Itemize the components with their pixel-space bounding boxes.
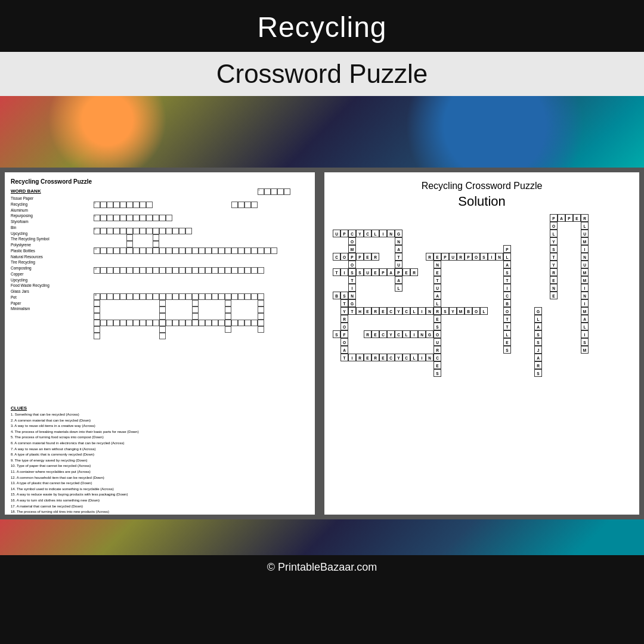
solution-cell: I [581,284,589,292]
grid-cell [185,228,192,234]
grid-cell [225,267,231,274]
grid-cell [153,241,159,247]
word-bank-item: Styrofoam [11,219,58,225]
clue-item: 10. Type of paper that cannot be recycle… [11,463,309,469]
clues-label: CLUES [11,405,309,411]
grid-cell [231,320,238,326]
grid-cell [120,247,126,254]
solution-cell: E [379,307,387,315]
solution-cell: P [395,268,402,276]
grid-cell [185,320,192,326]
grid-cell [159,320,166,326]
solution-cell: L [410,354,418,361]
solution-grid: PAPERUPCYCLINGLUMINUMOMPOSTINGCOPPERREPU… [333,214,631,500]
grid-cell [225,247,231,254]
grid-cell [251,267,258,274]
solution-cell: M [581,276,589,284]
solution-cell: S [434,369,441,377]
grid-cell [172,247,179,254]
solution-cell: N [348,292,356,299]
clue-item: 13. A type of plastic that cannot be rec… [11,481,309,487]
solution-cell: P [340,230,348,237]
solution-cell: P [465,253,472,261]
grid-cell [258,320,264,326]
solution-cell: E [371,268,379,276]
grid-cell [172,293,179,300]
clue-item: 6. A common material found in electronic… [11,441,309,447]
grid-cell [205,267,212,274]
grid-cell [120,228,126,234]
solution-cell: O [340,253,348,261]
solution-cell: M [581,346,589,354]
solution-cell: U [333,230,340,237]
grid-cell [94,333,100,339]
grid-cell [258,293,264,300]
solution-cell: C [379,330,387,338]
grid-cell [153,234,159,241]
solution-cell: L [534,315,542,323]
solution-cell: U [395,261,402,268]
solution-cell: U [434,338,441,346]
grid-cell [159,313,166,320]
grid-cell [146,202,153,208]
word-bank-item: Tissue Paper [11,196,58,202]
clue-item: 11. A container where recyclables are pu… [11,469,309,475]
solution-cell: P [356,253,364,261]
solution-cell: U [434,284,441,292]
grid-cell [231,202,238,208]
solution-cell: I [379,230,387,237]
grid-cell [244,247,251,254]
left-panel-title: Recycling Crossword Puzzle [11,178,309,185]
word-bank-item: The Recycling Symbol [11,236,58,242]
solution-cell: R [534,361,542,369]
solution-cell: U [581,261,589,268]
solution-cell: T [503,315,511,323]
word-bank-item: Tire Recycling [11,259,58,265]
solution-cell: N [581,292,589,299]
solution-cell: L [550,230,558,237]
solution-cell: T [395,253,402,261]
grid-cell [179,228,185,234]
solution-cell: F [340,330,348,338]
clue-item: 18. The process of turning old tires int… [11,509,309,515]
grid-cell [271,188,277,195]
grid-cell [140,293,146,300]
solution-cell: L [581,222,589,230]
solution-cell: A [340,346,348,354]
left-panel: Recycling Crossword Puzzle WORD BANK Tis… [5,172,315,515]
grid-cell [120,202,126,208]
grid-cell [192,247,199,254]
word-bank-label: WORD BANK [11,188,58,194]
grid-cell [159,267,166,274]
solution-cell: I [340,268,348,276]
grid-cell [172,320,179,326]
grid-cell [185,267,192,274]
grid-cell [126,247,133,254]
grid-cell [159,293,166,300]
grid-cell [192,320,199,326]
solution-cell: U [449,253,457,261]
word-bank-item: Upcycling [11,277,58,283]
grid-cell [94,326,100,333]
grid-cell [146,215,153,221]
solution-cell: O [340,338,348,346]
solution-cell: C [434,354,441,361]
grid-cell [113,267,120,274]
footer: © PrintableBazaar.com [0,555,644,580]
grid-cell: 1 [258,188,264,195]
grid-cell [179,267,185,274]
grid-cell [258,267,264,274]
solution-cell: L [410,307,418,315]
grid-cell [100,247,107,254]
grid-cell [238,293,244,300]
solution-cell: O [472,253,480,261]
solution-cell: C [348,230,356,237]
grid-cell [258,247,264,254]
solution-cell: S [480,253,488,261]
grid-cell [264,188,271,195]
clue-item: 9. The type of energy saved by recycling… [11,458,309,464]
solution-cell: S [534,369,542,377]
solution-cell: Y [340,307,348,315]
grid-cell [192,306,199,313]
grid-cell [133,247,140,254]
